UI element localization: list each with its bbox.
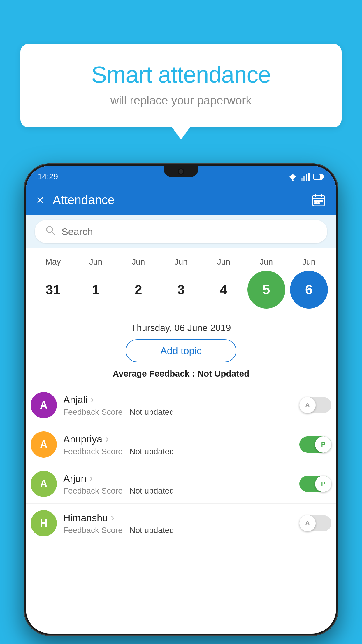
cal-month-3: Jun (162, 257, 200, 267)
student-info: Himanshu Feedback Score : Not updated (63, 512, 293, 535)
student-info: Arjun Feedback Score : Not updated (63, 472, 293, 496)
cal-month-4: Jun (205, 257, 242, 267)
student-feedback: Feedback Score : Not updated (63, 447, 293, 456)
calendar-months: May Jun Jun Jun Jun Jun Jun (32, 257, 330, 267)
student-name[interactable]: Himanshu (63, 512, 293, 524)
cal-date-6[interactable]: 6 (290, 271, 328, 309)
feedback-value: Not updated (129, 526, 174, 535)
calendar-dates: 31 1 2 3 4 5 6 (32, 271, 330, 309)
speech-bubble: Smart attendance will replace your paper… (20, 44, 342, 127)
cal-date-4[interactable]: 4 (205, 271, 242, 309)
avg-feedback-value: Not Updated (197, 369, 249, 378)
student-avatar: H (31, 510, 57, 536)
student-item: A Anjali Feedback Score : Not updated A (26, 386, 336, 425)
svg-rect-18 (314, 202, 317, 204)
attendance-toggle-on[interactable]: P (299, 476, 331, 492)
feedback-value: Not updated (129, 447, 174, 456)
svg-rect-16 (317, 200, 320, 202)
toggle-container[interactable]: A (299, 515, 331, 531)
bubble-title: Smart attendance (44, 61, 318, 88)
selected-date-label: Thursday, 06 June 2019 (35, 314, 327, 339)
svg-rect-4 (301, 178, 303, 181)
close-button[interactable]: × (36, 194, 44, 206)
student-avatar: A (31, 431, 57, 458)
student-feedback: Feedback Score : Not updated (63, 526, 293, 535)
cal-date-2[interactable]: 2 (120, 271, 157, 309)
toggle-container[interactable]: P (299, 476, 331, 492)
toggle-container[interactable]: A (299, 397, 331, 413)
svg-rect-10 (314, 174, 320, 179)
cal-month-5: Jun (247, 257, 285, 267)
avg-feedback: Average Feedback : Not Updated (35, 369, 327, 379)
student-avatar: A (31, 392, 57, 418)
phone-wrapper: 14:29 (23, 163, 339, 644)
toggle-container[interactable]: P (299, 436, 331, 453)
svg-rect-19 (317, 202, 320, 204)
student-name[interactable]: Anjali (63, 393, 293, 406)
svg-rect-5 (303, 176, 305, 181)
svg-rect-6 (306, 174, 307, 181)
bubble-subtitle: will replace your paperwork (44, 94, 318, 107)
student-item: A Arjun Feedback Score : Not updated P (26, 464, 336, 504)
student-name[interactable]: Arjun (63, 472, 293, 484)
battery-icon (313, 173, 324, 180)
student-feedback: Feedback Score : Not updated (63, 486, 293, 496)
cal-month-0: May (34, 257, 72, 267)
cal-month-1: Jun (77, 257, 115, 267)
cal-month-6: Jun (290, 257, 328, 267)
svg-rect-7 (308, 173, 310, 181)
search-container (26, 215, 336, 249)
cal-date-3[interactable]: 3 (162, 271, 200, 309)
student-info: Anupriya Feedback Score : Not updated (63, 433, 293, 456)
student-list: A Anjali Feedback Score : Not updated A … (26, 386, 336, 543)
student-name[interactable]: Anupriya (63, 433, 293, 445)
cal-date-1[interactable]: 1 (77, 271, 115, 309)
app-bar-title: Attendance (53, 193, 303, 207)
attendance-toggle-off[interactable]: A (299, 397, 331, 413)
student-item: A Anupriya Feedback Score : Not updated … (26, 425, 336, 464)
content-area: Thursday, 06 June 2019 Add topic Average… (26, 314, 336, 379)
student-info: Anjali Feedback Score : Not updated (63, 393, 293, 417)
add-topic-button[interactable]: Add topic (126, 339, 236, 362)
status-time: 14:29 (38, 172, 58, 181)
cal-month-2: Jun (120, 257, 157, 267)
calendar-icon[interactable] (312, 193, 326, 207)
svg-point-3 (292, 179, 294, 181)
student-feedback: Feedback Score : Not updated (63, 407, 293, 417)
attendance-toggle-on[interactable]: P (299, 436, 331, 453)
cal-date-31[interactable]: 31 (34, 271, 72, 309)
phone-frame: 14:29 (24, 163, 338, 636)
speech-bubble-container: Smart attendance will replace your paper… (20, 44, 342, 127)
signal-icon (301, 173, 310, 181)
notch (164, 166, 198, 177)
calendar-strip: May Jun Jun Jun Jun Jun Jun 31 1 2 3 4 5… (26, 249, 336, 314)
attendance-toggle-off[interactable]: A (299, 515, 331, 531)
student-avatar: A (31, 471, 57, 497)
feedback-value: Not updated (129, 407, 174, 416)
app-bar: × Attendance (26, 186, 336, 215)
svg-rect-17 (320, 200, 323, 202)
status-icons (288, 173, 324, 181)
search-bar (35, 220, 327, 243)
svg-rect-9 (323, 175, 324, 178)
search-input[interactable] (61, 226, 317, 237)
phone-inner: 14:29 (26, 166, 336, 634)
svg-line-21 (52, 232, 55, 235)
cal-date-5[interactable]: 5 (247, 271, 285, 309)
svg-rect-15 (314, 200, 317, 202)
student-item: H Himanshu Feedback Score : Not updated … (26, 504, 336, 543)
feedback-value: Not updated (129, 486, 174, 495)
avg-feedback-label: Average Feedback : (113, 369, 197, 378)
camera (178, 168, 184, 175)
search-icon (45, 225, 56, 238)
wifi-icon (288, 173, 298, 181)
